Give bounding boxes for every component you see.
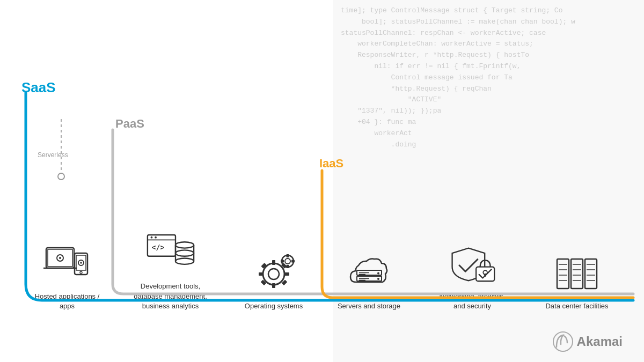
bracket-lines [0,0,644,362]
diagram: SaaS PaaS Serverless IaaS [0,0,644,362]
